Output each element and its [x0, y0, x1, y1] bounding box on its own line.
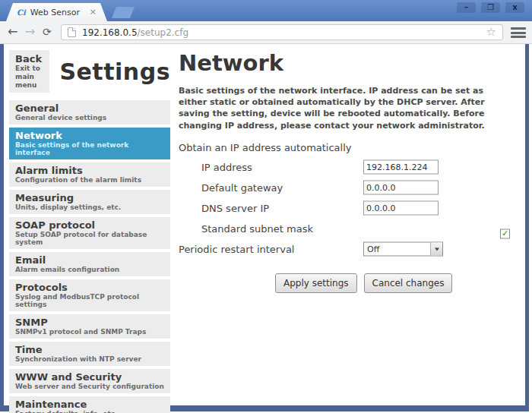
window-maximize-icon[interactable]: ❐ — [481, 2, 500, 13]
page-description: Basic settings of the network interface.… — [179, 85, 502, 131]
sidebar-item-snmp[interactable]: SNMP SNMPv1 protocol and SNMP Traps — [9, 314, 170, 339]
window-minimize-icon[interactable]: – — [457, 2, 476, 13]
select-dropdown-button[interactable] — [430, 243, 442, 256]
form-buttons: Apply settings Cancel changes — [179, 273, 522, 293]
browser-titlebar: Ci Web Sensor × – ❐ x — [0, 0, 532, 21]
obtain-ip-label: Obtain an IP address automatically — [179, 142, 352, 153]
sidebar-item-measuring[interactable]: Measuring Units, display settings, etc. — [9, 190, 170, 214]
new-tab-button[interactable] — [112, 7, 135, 18]
tab-close-icon[interactable]: × — [90, 8, 97, 16]
url-text: 192.168.0.5/setup2.cfg — [82, 27, 486, 38]
ip-address-input[interactable] — [363, 160, 439, 175]
browser-tab[interactable]: Ci Web Sensor × — [6, 3, 107, 21]
window-close-icon[interactable]: x — [505, 2, 524, 13]
restart-interval-value: Off — [364, 244, 430, 254]
default-gateway-label: Default gateway — [201, 182, 283, 194]
sidebar-item-soap-protocol[interactable]: SOAP protocol Setup SOAP protocol for da… — [9, 217, 170, 249]
tab-title: Web Sensor — [30, 8, 87, 17]
back-to-main-menu-button[interactable]: Back Exit to main menu — [9, 50, 49, 93]
browser-menu-icon[interactable] — [511, 27, 526, 39]
sidebar-item-network[interactable]: Network Basic settings of the network in… — [9, 128, 170, 159]
address-bar[interactable]: 192.168.0.5/setup2.cfg ☆ — [61, 24, 503, 40]
form-row-subnet-mask: Standard subnet mask — [179, 219, 522, 239]
form-row-restart-interval: Periodic restart interval Off — [179, 239, 522, 260]
sidebar-item-protocols[interactable]: Protocols Syslog and ModbusTCP protocol … — [9, 279, 170, 311]
settings-sidebar: Back Exit to main menu Settings General … — [9, 50, 170, 413]
browser-toolbar: ← → ⟳ 192.168.0.5/setup2.cfg ☆ — [0, 21, 532, 44]
form-row-obtain-ip: Obtain an IP address automatically — [179, 139, 522, 157]
sidebar-item-maintenance[interactable]: Maintenance Factory defaults, info, etc. — [9, 396, 170, 413]
default-gateway-input[interactable] — [363, 181, 439, 195]
url-path: /setup2.cfg — [138, 27, 189, 38]
sidebar-item-alarm-limits[interactable]: Alarm limits Configuration of the alarm … — [9, 162, 170, 187]
ip-address-label: IP address — [201, 162, 252, 173]
bookmark-star-icon[interactable]: ☆ — [486, 27, 496, 38]
network-settings-panel: Network Basic settings of the network in… — [179, 49, 522, 293]
dns-server-label: DNS server IP — [201, 203, 269, 214]
subnet-mask-checkbox[interactable] — [500, 229, 510, 239]
form-row-default-gateway: Default gateway — [179, 178, 522, 198]
sidebar-item-email[interactable]: Email Alarm emails configuration — [9, 252, 170, 276]
restart-interval-label: Periodic restart interval — [179, 244, 294, 255]
favicon-icon: Ci — [17, 8, 26, 17]
sidebar-item-time[interactable]: Time Synchronization with NTP server — [9, 342, 170, 366]
page-icon — [68, 27, 76, 37]
sidebar-item-general[interactable]: General General device settings — [9, 100, 170, 125]
reload-icon[interactable]: ⟳ — [43, 24, 52, 40]
back-icon[interactable]: ← — [8, 24, 17, 40]
url-host: 192.168.0.5 — [82, 27, 138, 38]
apply-settings-button[interactable]: Apply settings — [275, 273, 357, 293]
subnet-mask-label: Standard subnet mask — [201, 223, 313, 235]
chevron-down-icon — [435, 247, 439, 251]
page-title: Network — [179, 50, 522, 76]
dns-server-input[interactable] — [363, 201, 439, 216]
cancel-changes-button[interactable]: Cancel changes — [364, 273, 453, 293]
restart-interval-select[interactable]: Off — [363, 242, 443, 257]
form-row-ip-address: IP address — [179, 157, 522, 178]
settings-heading: Settings — [59, 58, 170, 85]
forward-icon: → — [25, 24, 35, 40]
page-frame: Back Exit to main menu Settings General … — [0, 44, 529, 411]
form-row-dns-server: DNS server IP — [179, 198, 522, 219]
sidebar-item-www-security[interactable]: WWW and Security Web server and Security… — [9, 369, 170, 393]
